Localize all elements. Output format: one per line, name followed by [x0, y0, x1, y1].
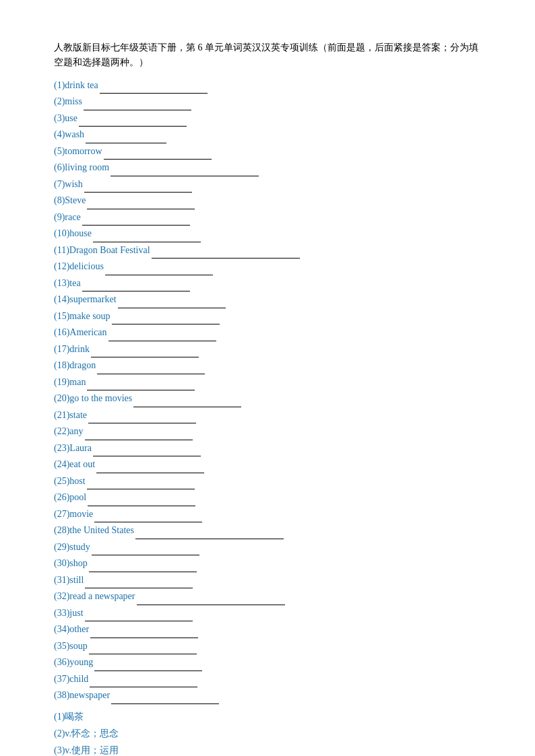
question-item: (37)child — [54, 671, 481, 688]
blank-line — [152, 249, 300, 259]
blank-line — [104, 150, 212, 160]
blank-line — [96, 464, 204, 473]
question-item: (21)state — [54, 407, 481, 424]
question-item: (18)dragon — [54, 357, 481, 374]
question-item: (8)Steve — [54, 193, 481, 209]
blank-line — [100, 84, 208, 94]
blank-line — [82, 282, 190, 291]
blank-line — [87, 200, 195, 209]
question-item: (25)host — [54, 473, 481, 490]
blank-line — [135, 530, 284, 539]
question-item: (35)soup — [54, 638, 481, 655]
blank-line — [89, 563, 197, 572]
question-item: (28)the United States — [54, 522, 481, 539]
blank-line — [94, 662, 202, 671]
blank-line — [87, 381, 195, 390]
question-item: (15)make soup — [54, 308, 481, 325]
question-item: (6)living room — [54, 160, 481, 176]
blank-line — [94, 513, 202, 522]
question-item: (17)drink — [54, 341, 481, 358]
blank-line — [111, 695, 219, 704]
blank-line — [133, 398, 241, 407]
question-item: (2)miss — [54, 94, 481, 110]
blank-line — [90, 629, 198, 638]
question-item: (3)use — [54, 110, 481, 127]
question-item: (33)just — [54, 605, 481, 622]
question-item: (27)movie — [54, 506, 481, 523]
question-item: (5)tomorrow — [54, 143, 481, 160]
question-item: (19)man — [54, 374, 481, 391]
question-item: (22)any — [54, 423, 481, 440]
question-item: (34)other — [54, 621, 481, 638]
blank-line — [105, 266, 213, 275]
question-item: (12)delicious — [54, 259, 481, 275]
question-item: (14)supermarket — [54, 291, 481, 308]
blank-line — [85, 431, 193, 440]
answer-item: (2)v.怀念；思念 — [54, 725, 481, 742]
blank-line — [88, 497, 195, 506]
question-item: (38)newspaper — [54, 687, 481, 704]
answers-section: (1)喝茶(2)v.怀念；思念(3)v.使用；运用(4)v.洗(5)adv.在明… — [54, 708, 481, 756]
blank-line — [79, 117, 187, 127]
question-item: (36)young — [54, 654, 481, 671]
blank-line — [82, 216, 190, 226]
question-item: (29)study — [54, 539, 481, 556]
question-item: (9)race — [54, 209, 481, 226]
blank-line — [85, 612, 193, 621]
question-item: (10)house — [54, 226, 481, 242]
question-item: (24)eat out — [54, 456, 481, 473]
blank-line — [92, 546, 199, 555]
answer-item: (3)v.使用；运用 — [54, 742, 481, 756]
blank-line — [97, 365, 205, 374]
blank-line — [89, 645, 197, 654]
blank-line — [87, 480, 195, 489]
question-item: (16)American — [54, 324, 481, 341]
question-item: (23)Laura — [54, 440, 481, 457]
question-item: (30)shop — [54, 555, 481, 572]
blank-line — [137, 596, 285, 605]
blank-line — [84, 101, 191, 110]
blank-line — [118, 299, 226, 308]
blank-line — [93, 447, 201, 456]
question-item: (26)pool — [54, 489, 481, 506]
blank-line — [111, 167, 259, 176]
blank-line — [91, 348, 199, 357]
blank-line — [84, 183, 192, 193]
blank-line — [112, 315, 220, 324]
question-item: (20)go to the movies — [54, 390, 481, 407]
question-item: (11)Dragon Boat Festival — [54, 242, 481, 259]
answer-item: (1)喝茶 — [54, 708, 481, 725]
questions-section: (1)drink tea(2)miss(3)use(4)wash(5)tomor… — [54, 77, 481, 704]
blank-line — [86, 134, 166, 143]
question-item: (7)wish — [54, 176, 481, 193]
question-item: (4)wash — [54, 127, 481, 143]
intro-text: 人教版新目标七年级英语下册，第 6 单元单词英汉汉英专项训练（前面是题，后面紧接… — [54, 40, 481, 71]
blank-line — [88, 414, 196, 423]
question-item: (1)drink tea — [54, 77, 481, 94]
blank-line — [85, 579, 193, 588]
blank-line — [90, 678, 197, 687]
question-item: (13)tea — [54, 275, 481, 292]
question-item: (31)still — [54, 572, 481, 589]
question-item: (32)read a newspaper — [54, 588, 481, 605]
blank-line — [108, 332, 216, 341]
blank-line — [93, 233, 201, 242]
